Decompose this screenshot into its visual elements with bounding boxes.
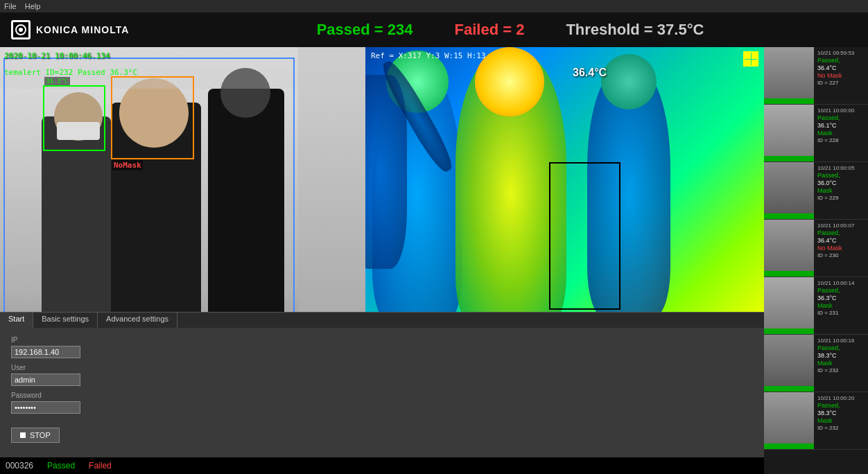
list-item[interactable]: 10/21 10:00:05 Passed, 36.0°C Mask ID = …: [764, 162, 868, 220]
thumbnail-4: [764, 220, 814, 276]
menu-help[interactable]: Help: [25, 2, 41, 10]
status-5: Passed,: [817, 287, 865, 294]
cam-timestamp: 2020-10-21 10:00:46.134: [4, 51, 110, 60]
tab-basic-settings[interactable]: Basic settings: [33, 313, 98, 328]
temp-1: 36.4°C: [817, 64, 865, 71]
status-2: Passed,: [817, 114, 865, 121]
password-input[interactable]: [11, 401, 80, 414]
time-2: 10/21 10:00:00: [817, 107, 865, 114]
id-5: ID = 231: [817, 310, 865, 316]
status-3: Passed,: [817, 172, 865, 179]
thumbnail-7: [764, 392, 814, 449]
list-item[interactable]: 10/21 10:00:14 Passed, 36.3°C Mask ID = …: [764, 277, 868, 335]
menubar: File Help: [0, 0, 868, 12]
id-7: ID = 232: [817, 425, 865, 431]
list-item[interactable]: 10/21 10:00:20 Passed, 38.3°C Mask ID = …: [764, 392, 868, 450]
right-sidebar: 10/21 09:59:53 Passed, 36.4°C No Mask ID…: [764, 47, 868, 474]
ip-label: IP: [11, 336, 753, 344]
stop-icon: [20, 432, 26, 438]
bottom-bar-id: 000326: [6, 461, 33, 471]
bottom-bar-passed: Passed: [47, 461, 75, 471]
tab-start[interactable]: Start: [0, 313, 33, 328]
main-content: 36.3°C NoMask 2020-10-21 10:00:46.134 te…: [0, 47, 868, 474]
user-input[interactable]: [11, 374, 80, 386]
thumbnail-5: [764, 277, 814, 334]
camera-bottom-bar: 000326 Passed Failed: [0, 457, 764, 474]
id-3: ID = 229: [817, 195, 865, 201]
stop-button[interactable]: STOP: [11, 428, 60, 443]
user-field-group: User: [11, 364, 753, 386]
sidebar-info-3: 10/21 10:00:05 Passed, 36.0°C Mask ID = …: [814, 162, 868, 219]
bottom-bar-failed: Failed: [89, 461, 112, 471]
thermal-detection-box: [549, 162, 621, 310]
id-1: ID = 227: [817, 80, 865, 86]
sidebar-info-4: 10/21 10:00:07 Passed, 36.4°C No Mask ID…: [814, 220, 868, 276]
temp-5: 36.3°C: [817, 295, 865, 301]
id-6: ID = 232: [817, 367, 865, 374]
sidebar-info-2: 10/21 10:00:00 Passed, 36.1°C Mask ID = …: [814, 105, 868, 161]
mask-3: Mask: [817, 187, 865, 194]
settings-tabs: Start Basic settings Advanced settings: [0, 313, 764, 328]
ip-input[interactable]: [11, 346, 80, 358]
header: KONICA MINOLTA Passed = 234 Failed = 2 T…: [0, 12, 868, 47]
time-7: 10/21 10:00:20: [817, 395, 865, 401]
main-detection-box: [3, 58, 295, 349]
status-6: Passed,: [817, 344, 865, 351]
camera-panel: 36.3°C NoMask 2020-10-21 10:00:46.134 te…: [0, 47, 764, 474]
mask-7: Mask: [817, 417, 865, 424]
mask-6: Mask: [817, 360, 865, 367]
user-label: User: [11, 364, 753, 371]
mask-2: Mask: [817, 130, 865, 137]
thumbnail-3: [764, 162, 814, 219]
mask-5: Mask: [817, 302, 865, 309]
failed-stat: Failed = 2: [455, 21, 525, 39]
status-1: Passed,: [817, 57, 865, 64]
sidebar-info-5: 10/21 10:00:14 Passed, 36.3°C Mask ID = …: [814, 277, 868, 334]
time-6: 10/21 10:00:16: [817, 337, 865, 344]
id-4: ID = 230: [817, 252, 865, 258]
svg-point-2: [19, 28, 23, 32]
time-1: 10/21 09:59:53: [817, 50, 865, 56]
thermal-temp: 36.4°C: [573, 67, 607, 79]
ip-field-group: IP: [11, 336, 753, 358]
temp-3: 36.0°C: [817, 179, 865, 186]
status-7: Passed,: [817, 402, 865, 409]
tab-advanced-settings[interactable]: Advanced settings: [98, 313, 177, 328]
stop-label: STOP: [30, 431, 51, 439]
sidebar-info-7: 10/21 10:00:20 Passed, 38.3°C Mask ID = …: [814, 392, 868, 449]
temp-2: 36.1°C: [817, 122, 865, 129]
settings-content: IP User Password STOP: [0, 328, 764, 451]
time-5: 10/21 10:00:14: [817, 280, 865, 286]
temp-6: 38.3°C: [817, 352, 865, 359]
list-item[interactable]: 10/21 09:59:53 Passed, 36.4°C No Mask ID…: [764, 47, 868, 105]
thumbnail-1: [764, 47, 814, 104]
logo-area: KONICA MINOLTA: [11, 20, 164, 40]
cam-alert: temalert ID=232 Passed 36.3°C: [4, 68, 137, 77]
list-item[interactable]: 10/21 10:00:00 Passed, 36.1°C Mask ID = …: [764, 105, 868, 162]
stats-area: Passed = 234 Failed = 2 Threshold = 37.5…: [164, 21, 857, 39]
time-3: 10/21 10:00:05: [817, 165, 865, 171]
list-item[interactable]: 10/21 10:00:07 Passed, 36.4°C No Mask ID…: [764, 220, 868, 277]
settings-panel: Start Basic settings Advanced settings I…: [0, 312, 764, 457]
thermal-ref: Ref = X:317 Y:3 W:15 H:13: [371, 51, 486, 60]
status-4: Passed,: [817, 229, 865, 236]
id-2: ID = 228: [817, 137, 865, 143]
temp-7: 38.3°C: [817, 410, 865, 416]
thumbnail-2: [764, 105, 814, 161]
logo-icon: [11, 20, 31, 40]
sidebar-info-1: 10/21 09:59:53 Passed, 36.4°C No Mask ID…: [814, 47, 868, 104]
passed-stat: Passed = 234: [317, 21, 413, 39]
thumbnail-6: [764, 335, 814, 392]
time-4: 10/21 10:00:07: [817, 222, 865, 229]
threshold-stat: Threshold = 37.5°C: [566, 21, 704, 39]
password-label: Password: [11, 392, 753, 399]
menu-file[interactable]: File: [4, 2, 17, 10]
thermal-grid-icon[interactable]: [743, 51, 758, 67]
password-field-group: Password: [11, 392, 753, 414]
logo-text: KONICA MINOLTA: [36, 24, 129, 35]
sidebar-info-6: 10/21 10:00:16 Passed, 38.3°C Mask ID = …: [814, 335, 868, 392]
list-item[interactable]: 10/21 10:00:16 Passed, 38.3°C Mask ID = …: [764, 335, 868, 392]
mask-1: No Mask: [817, 72, 865, 79]
mask-4: No Mask: [817, 245, 865, 252]
temp-4: 36.4°C: [817, 237, 865, 244]
